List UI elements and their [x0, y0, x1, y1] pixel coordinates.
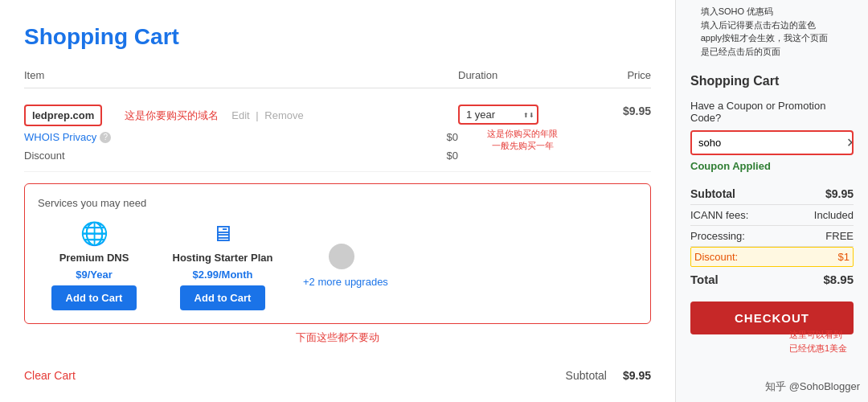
sidebar-title: Shopping Cart	[690, 74, 854, 88]
icann-value: Included	[814, 209, 854, 221]
sidebar: 填入SOHO 优惠码 填入后记得要点击右边的蓝色 apply按钮才会生效，我这个…	[675, 0, 868, 402]
top-annotation: 填入SOHO 优惠码 填入后记得要点击右边的蓝色 apply按钮才会生效，我这个…	[701, 5, 828, 58]
subtotal-value: $9.95	[623, 369, 651, 382]
price-row-subtotal: Subtotal $9.95	[690, 183, 854, 205]
more-upgrades-icon	[329, 244, 354, 269]
cart-footer: Clear Cart Subtotal $9.95	[24, 361, 651, 382]
duration-select[interactable]: 1 year 2 years 5 years	[458, 105, 538, 125]
col-item-header: Item	[24, 69, 458, 81]
hosting-name: Hosting Starter Plan	[173, 252, 273, 264]
discount-row: Discount $0	[24, 148, 458, 163]
services-grid: 🌐 Premium DNS $9/Year Add to Cart 🖥 Host…	[38, 220, 637, 310]
duration-column: 1 year 2 years 5 years 这是你购买的年限一般先购买一年	[458, 105, 587, 152]
discount-annotation: 这里可以看到已经优惠1美金	[789, 328, 847, 355]
whois-price: $0	[394, 131, 458, 143]
coupon-clear-btn[interactable]: ✕	[840, 132, 854, 154]
processing-label: Processing:	[690, 230, 745, 242]
footer-subtotal: Subtotal $9.95	[566, 369, 651, 382]
premium-dns-price: $9/Year	[76, 269, 113, 281]
total-value: $8.95	[823, 273, 854, 286]
coupon-input-row: ✕	[690, 130, 854, 155]
cart-header: Item Duration Price	[24, 69, 651, 88]
remove-link[interactable]: Remove	[264, 109, 303, 121]
more-upgrades-link[interactable]: +2 more upgrades	[303, 276, 388, 288]
discount-price: $0	[394, 150, 458, 162]
coupon-applied-label: Coupon Applied	[690, 160, 854, 172]
premium-dns-name: Premium DNS	[59, 252, 129, 264]
price-section: 这里可以看到已经优惠1美金 Subtotal $9.95 ICANN fees:…	[690, 183, 854, 290]
edit-link[interactable]: Edit	[231, 109, 249, 121]
hosting-add-btn[interactable]: Add to Cart	[180, 285, 266, 310]
coupon-label: Have a Coupon or Promotion Code?	[690, 100, 854, 124]
price-row-icann: ICANN fees: Included	[690, 205, 854, 226]
page-title: Shopping Cart	[24, 24, 651, 50]
discount-label: Discount	[24, 150, 394, 162]
whois-link[interactable]: WHOIS Privacy	[24, 131, 96, 143]
edit-remove-links: Edit | Remove	[231, 109, 303, 121]
clear-cart-link[interactable]: Clear Cart	[24, 369, 76, 382]
processing-value: FREE	[825, 230, 854, 242]
coupon-input[interactable]	[692, 132, 840, 154]
icann-label: ICANN fees:	[690, 209, 748, 221]
whois-info-icon: ?	[100, 132, 111, 143]
services-title: Services you may need	[38, 197, 637, 209]
premium-dns-icon: 🌐	[80, 220, 108, 247]
services-section: Services you may need 🌐 Premium DNS $9/Y…	[24, 183, 651, 324]
item-column: ledprep.com 这是你要购买的域名 Edit | Remove WHOI…	[24, 105, 458, 163]
price-row-total: Total $8.95	[690, 269, 854, 290]
service-premium-dns: 🌐 Premium DNS $9/Year Add to Cart	[38, 220, 150, 310]
price-table: Subtotal $9.95 ICANN fees: Included Proc…	[690, 183, 854, 290]
subtotal-label: Subtotal	[566, 369, 607, 382]
col-price-header: Price	[587, 69, 651, 81]
discount-row-label: Discount:	[694, 251, 738, 263]
watermark: 知乎 @SohoBlogger	[765, 379, 860, 394]
hosting-price: $2.99/Month	[192, 269, 252, 281]
price-row-discount: Discount: $1	[690, 247, 854, 267]
item-price: $9.95	[587, 105, 651, 117]
subtotal-row-label: Subtotal	[690, 187, 735, 200]
subtotal-row-value: $9.95	[825, 187, 854, 200]
whois-row: WHOIS Privacy ? $0	[24, 129, 458, 145]
duration-annotation: 这是你购买的年限一般先购买一年	[458, 128, 587, 152]
bottom-annotation: 下面这些都不要动	[24, 330, 651, 345]
more-upgrades-area: +2 more upgrades	[295, 244, 388, 288]
total-label: Total	[690, 273, 719, 286]
domain-name: ledprep.com	[24, 105, 102, 126]
service-hosting: 🖥 Hosting Starter Plan $2.99/Month Add t…	[166, 220, 279, 310]
discount-row-value: $1	[838, 251, 850, 263]
premium-dns-add-btn[interactable]: Add to Cart	[51, 285, 137, 310]
col-duration-header: Duration	[458, 69, 587, 81]
domain-annotation: 这是你要购买的域名	[125, 109, 219, 123]
cart-item-row: ledprep.com 这是你要购买的域名 Edit | Remove WHOI…	[24, 96, 651, 172]
hosting-icon: 🖥	[211, 220, 234, 247]
price-row-processing: Processing: FREE	[690, 226, 854, 247]
